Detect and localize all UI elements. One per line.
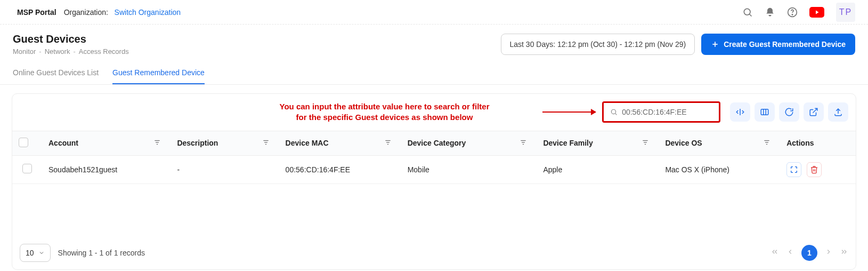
- page-size-select[interactable]: 10: [20, 244, 51, 262]
- th-account-label: Account: [48, 139, 78, 147]
- th-select-all: [12, 131, 42, 155]
- content-card: You can input the attribute value here t…: [12, 93, 856, 270]
- cell-account: Soudabeh1521guest: [42, 155, 171, 184]
- crumb-monitor[interactable]: Monitor: [13, 47, 36, 55]
- svg-point-6: [611, 110, 615, 114]
- filter-icon[interactable]: [763, 139, 770, 148]
- help-icon[interactable]: [787, 7, 798, 18]
- filter-icon[interactable]: [262, 139, 270, 148]
- table-footer: 10 Showing 1 - 1 of 1 records 1: [12, 237, 856, 262]
- th-family: Device Family: [537, 131, 659, 155]
- bell-icon[interactable]: [765, 7, 775, 18]
- select-all-checkbox[interactable]: [19, 138, 28, 147]
- table-row: Soudabeh1521guest - 00:56:CD:16:4F:EE Mo…: [12, 155, 856, 184]
- devices-table: Account Description Device MAC: [12, 131, 856, 184]
- svg-line-7: [615, 114, 617, 115]
- columns-button[interactable]: [755, 102, 775, 122]
- th-description: Description: [171, 131, 279, 155]
- svg-point-3: [792, 14, 792, 14]
- delete-button[interactable]: [807, 162, 822, 177]
- portal-name: MSP Portal: [17, 8, 56, 17]
- svg-line-1: [750, 14, 752, 16]
- refresh-button[interactable]: [779, 102, 799, 122]
- crumb-sep: -: [39, 47, 41, 55]
- th-os-label: Device OS: [665, 139, 702, 147]
- search-input[interactable]: [622, 108, 712, 116]
- svg-rect-9: [761, 109, 768, 115]
- pager-next[interactable]: [825, 248, 832, 257]
- svg-line-12: [813, 109, 817, 113]
- date-range-picker[interactable]: Last 30 Days: 12:12 pm (Oct 30) - 12:12 …: [501, 34, 695, 55]
- filter-icon[interactable]: [642, 139, 649, 148]
- th-os: Device OS: [659, 131, 780, 155]
- top-bar: MSP Portal Organization: Switch Organiza…: [0, 0, 868, 25]
- details-button[interactable]: [786, 162, 801, 177]
- pager-prev[interactable]: [786, 248, 794, 257]
- crumb-access-records[interactable]: Access Records: [79, 47, 129, 55]
- filter-icon[interactable]: [153, 139, 161, 148]
- create-button-label: Create Guest Remembered Device: [724, 40, 846, 49]
- fit-columns-button[interactable]: [730, 102, 750, 122]
- search-input-icon: [610, 108, 618, 116]
- topbar-right: TP: [742, 3, 855, 22]
- th-description-label: Description: [177, 139, 218, 147]
- topbar-left: MSP Portal Organization: Switch Organiza…: [17, 8, 181, 17]
- th-actions: Actions: [780, 131, 856, 155]
- search-box[interactable]: [602, 101, 720, 123]
- crumb-network[interactable]: Network: [45, 47, 70, 55]
- table-toolbar: [730, 102, 848, 122]
- switch-organization-link[interactable]: Switch Organization: [115, 8, 181, 17]
- page-size-value: 10: [26, 249, 34, 257]
- th-mac-label: Device MAC: [286, 139, 329, 147]
- cell-description: -: [171, 155, 279, 184]
- annotation-arrow: [542, 111, 596, 113]
- filter-icon[interactable]: [384, 139, 392, 148]
- svg-point-0: [744, 9, 750, 15]
- pager: 1: [770, 245, 848, 261]
- org-label: Organization:: [64, 8, 108, 17]
- annotation-row: You can input the attribute value here t…: [12, 94, 856, 131]
- th-family-label: Device Family: [543, 139, 593, 147]
- th-account: Account: [42, 131, 171, 155]
- tab-online-guest-devices[interactable]: Online Guest Devices List: [13, 63, 99, 84]
- annotation-text: You can input the attribute value here t…: [237, 101, 532, 123]
- upload-button[interactable]: [828, 102, 848, 122]
- cell-os: Mac OS X (iPhone): [659, 155, 780, 184]
- create-guest-device-button[interactable]: Create Guest Remembered Device: [701, 34, 855, 55]
- page-title: Guest Devices: [13, 33, 129, 45]
- th-category: Device Category: [401, 131, 537, 155]
- pager-last[interactable]: [840, 248, 848, 258]
- search-icon[interactable]: [742, 7, 753, 18]
- footer-left: 10 Showing 1 - 1 of 1 records: [20, 244, 145, 262]
- breadcrumb: Monitor - Network - Access Records: [13, 47, 129, 55]
- pager-first[interactable]: [770, 248, 779, 258]
- page-header: Guest Devices Monitor - Network - Access…: [0, 25, 868, 61]
- page-title-wrap: Guest Devices Monitor - Network - Access…: [13, 33, 129, 55]
- org-label-wrap: Organization: Switch Organization: [64, 8, 181, 17]
- row-checkbox[interactable]: [22, 164, 32, 173]
- th-category-label: Device Category: [408, 139, 466, 147]
- cell-mac: 00:56:CD:16:4F:EE: [279, 155, 401, 184]
- tab-guest-remembered-device[interactable]: Guest Remembered Device: [112, 63, 205, 84]
- pager-current[interactable]: 1: [801, 245, 817, 261]
- cell-family: Apple: [537, 155, 659, 184]
- th-actions-label: Actions: [786, 139, 814, 147]
- external-link-button[interactable]: [804, 102, 824, 122]
- chevron-down-icon: [38, 250, 45, 256]
- tabs: Online Guest Devices List Guest Remember…: [0, 63, 868, 85]
- cell-category: Mobile: [401, 155, 537, 184]
- cell-actions: [780, 155, 856, 184]
- filter-icon[interactable]: [520, 139, 527, 148]
- crumb-sep: -: [73, 47, 75, 55]
- cell-check: [12, 155, 42, 184]
- page-header-right: Last 30 Days: 12:12 pm (Oct 30) - 12:12 …: [501, 34, 855, 55]
- records-text: Showing 1 - 1 of 1 records: [58, 249, 145, 257]
- th-mac: Device MAC: [279, 131, 401, 155]
- youtube-icon[interactable]: [809, 7, 824, 18]
- avatar[interactable]: TP: [836, 3, 855, 22]
